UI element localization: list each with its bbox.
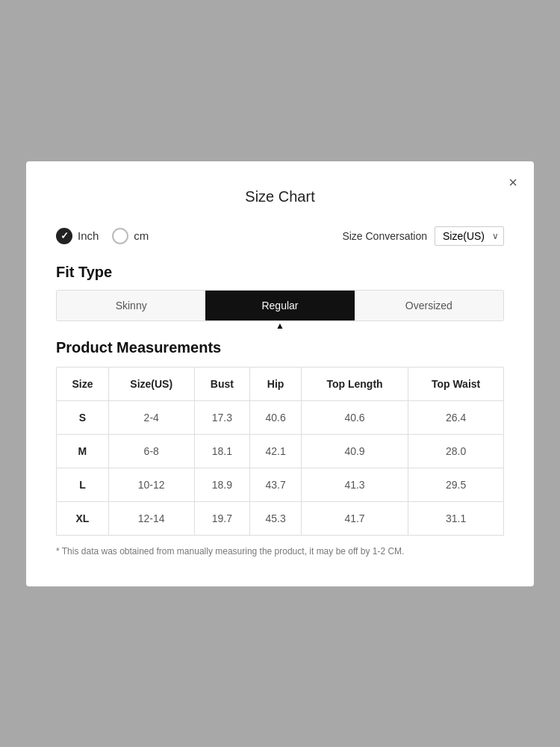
cell-top-waist: 26.4 xyxy=(408,400,504,434)
cell-top-waist: 28.0 xyxy=(408,434,504,468)
table-row: L 10-12 18.9 43.7 41.3 29.5 xyxy=(57,468,504,501)
modal: × Size Chart Inch cm Size Conversation S… xyxy=(26,161,534,586)
cell-top-length: 40.6 xyxy=(301,400,408,434)
cell-top-waist: 31.1 xyxy=(408,501,504,535)
table-row: XL 12-14 19.7 45.3 41.7 31.1 xyxy=(57,501,504,535)
size-select-wrapper: Size(US) Size(UK) Size(EU) xyxy=(435,226,504,246)
cell-size-us: 6-8 xyxy=(108,434,194,468)
unit-options: Inch cm xyxy=(56,228,149,244)
col-top-waist: Top Waist xyxy=(408,367,504,400)
inch-label: Inch xyxy=(78,229,99,242)
cell-hip: 43.7 xyxy=(250,468,302,501)
fit-tabs: Skinny Regular Oversized xyxy=(56,290,504,321)
modal-overlay: × Size Chart Inch cm Size Conversation S… xyxy=(0,0,560,747)
cell-hip: 45.3 xyxy=(250,501,302,535)
unit-row: Inch cm Size Conversation Size(US) Size(… xyxy=(56,226,504,246)
close-button[interactable]: × xyxy=(508,175,517,190)
tab-regular[interactable]: Regular xyxy=(205,291,354,320)
cell-size-us: 12-14 xyxy=(108,501,194,535)
size-conversation: Size Conversation Size(US) Size(UK) Size… xyxy=(342,226,504,246)
cell-size: S xyxy=(57,400,109,434)
footnote: * This data was obtained from manually m… xyxy=(56,546,504,557)
product-measurements: Product Measurements Size Size(US) Bust … xyxy=(56,339,504,557)
col-size: Size xyxy=(57,367,109,400)
cell-size-us: 10-12 xyxy=(108,468,194,501)
table-row: S 2-4 17.3 40.6 40.6 26.4 xyxy=(57,400,504,434)
cell-size-us: 2-4 xyxy=(108,400,194,434)
tab-skinny[interactable]: Skinny xyxy=(57,291,205,320)
cm-radio-unchecked xyxy=(112,228,128,244)
cell-size: XL xyxy=(57,501,109,535)
col-top-length: Top Length xyxy=(301,367,408,400)
cm-label: cm xyxy=(134,229,149,242)
col-bust: Bust xyxy=(194,367,250,400)
table-row: M 6-8 18.1 42.1 40.9 28.0 xyxy=(57,434,504,468)
cell-hip: 40.6 xyxy=(250,400,302,434)
cell-size: M xyxy=(57,434,109,468)
fit-type-title: Fit Type xyxy=(56,264,504,281)
cell-top-length: 41.7 xyxy=(301,501,408,535)
cell-bust: 18.1 xyxy=(194,434,250,468)
fit-type-section: Fit Type Skinny Regular Oversized xyxy=(56,264,504,321)
size-conversation-label: Size Conversation xyxy=(342,230,427,242)
cell-top-length: 41.3 xyxy=(301,468,408,501)
table-header-row: Size Size(US) Bust Hip Top Length Top Wa… xyxy=(57,367,504,400)
modal-title: Size Chart xyxy=(56,188,504,205)
inch-option[interactable]: Inch xyxy=(56,228,99,244)
cell-top-waist: 29.5 xyxy=(408,468,504,501)
size-select[interactable]: Size(US) Size(UK) Size(EU) xyxy=(435,226,504,246)
col-size-us: Size(US) xyxy=(108,367,194,400)
measurements-title: Product Measurements xyxy=(56,339,504,356)
col-hip: Hip xyxy=(250,367,302,400)
cell-size: L xyxy=(57,468,109,501)
cell-hip: 42.1 xyxy=(250,434,302,468)
cell-bust: 19.7 xyxy=(194,501,250,535)
cell-bust: 18.9 xyxy=(194,468,250,501)
cell-top-length: 40.9 xyxy=(301,434,408,468)
inch-radio-checked xyxy=(56,228,72,244)
cell-bust: 17.3 xyxy=(194,400,250,434)
cm-option[interactable]: cm xyxy=(112,228,149,244)
size-table: Size Size(US) Bust Hip Top Length Top Wa… xyxy=(56,367,504,536)
tab-oversized[interactable]: Oversized xyxy=(355,291,503,320)
